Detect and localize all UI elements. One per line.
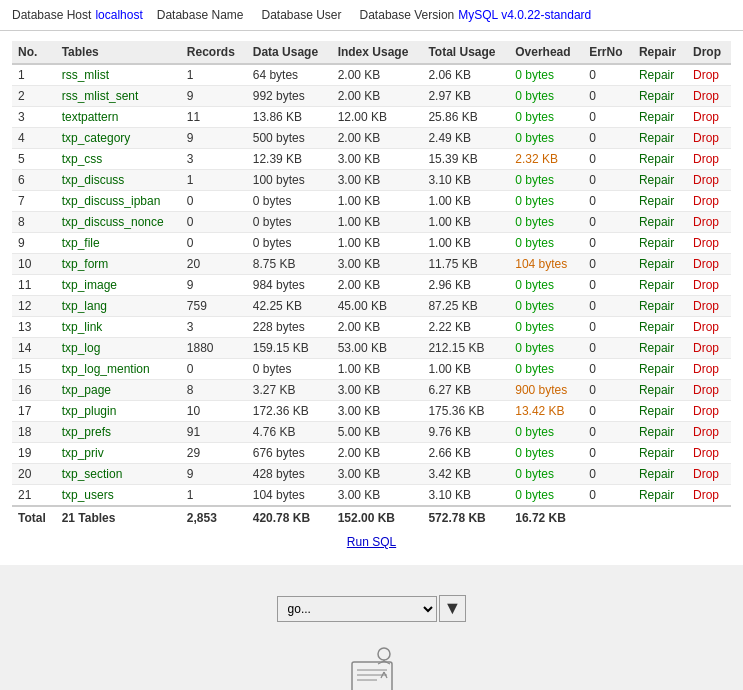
cell-drop[interactable]: Drop	[687, 86, 731, 107]
table-row: 20 txp_section 9 428 bytes 3.00 KB 3.42 …	[12, 464, 731, 485]
cell-drop[interactable]: Drop	[687, 296, 731, 317]
cell-name[interactable]: rss_mlist_sent	[56, 86, 181, 107]
run-sql-link[interactable]: Run SQL	[12, 529, 731, 555]
cell-no: 17	[12, 401, 56, 422]
cell-errno: 0	[583, 317, 633, 338]
cell-drop[interactable]: Drop	[687, 170, 731, 191]
cell-data: 172.36 KB	[247, 401, 332, 422]
cell-name[interactable]: txp_category	[56, 128, 181, 149]
cell-name[interactable]: txp_users	[56, 485, 181, 507]
table-row: 13 txp_link 3 228 bytes 2.00 KB 2.22 KB …	[12, 317, 731, 338]
cell-records: 9	[181, 275, 247, 296]
cell-no: 13	[12, 317, 56, 338]
cell-drop[interactable]: Drop	[687, 128, 731, 149]
cell-data: 159.15 KB	[247, 338, 332, 359]
cell-repair[interactable]: Repair	[633, 338, 687, 359]
cell-repair[interactable]: Repair	[633, 212, 687, 233]
cell-name[interactable]: txp_prefs	[56, 422, 181, 443]
cell-data: 42.25 KB	[247, 296, 332, 317]
cell-data: 984 bytes	[247, 275, 332, 296]
cell-drop[interactable]: Drop	[687, 212, 731, 233]
cell-repair[interactable]: Repair	[633, 191, 687, 212]
cell-no: 1	[12, 64, 56, 86]
cell-name[interactable]: txp_lang	[56, 296, 181, 317]
cell-name[interactable]: txp_page	[56, 380, 181, 401]
cell-records: 3	[181, 149, 247, 170]
cell-no: 16	[12, 380, 56, 401]
go-dropdown-icon[interactable]: ▼	[439, 595, 467, 622]
go-select[interactable]: go...	[277, 596, 437, 622]
cell-name[interactable]: txp_image	[56, 275, 181, 296]
cell-name[interactable]: txp_css	[56, 149, 181, 170]
cell-drop[interactable]: Drop	[687, 359, 731, 380]
cell-records: 759	[181, 296, 247, 317]
cell-drop[interactable]: Drop	[687, 422, 731, 443]
cell-repair[interactable]: Repair	[633, 275, 687, 296]
cell-drop[interactable]: Drop	[687, 191, 731, 212]
footer-index: 152.00 KB	[332, 506, 423, 529]
cell-data: 0 bytes	[247, 233, 332, 254]
cell-name[interactable]: txp_form	[56, 254, 181, 275]
cell-repair[interactable]: Repair	[633, 422, 687, 443]
cell-drop[interactable]: Drop	[687, 485, 731, 507]
cell-repair[interactable]: Repair	[633, 149, 687, 170]
cell-drop[interactable]: Drop	[687, 380, 731, 401]
col-repair: Repair	[633, 41, 687, 64]
cell-drop[interactable]: Drop	[687, 317, 731, 338]
cell-repair[interactable]: Repair	[633, 464, 687, 485]
cell-name[interactable]: txp_file	[56, 233, 181, 254]
cell-repair[interactable]: Repair	[633, 233, 687, 254]
cell-drop[interactable]: Drop	[687, 107, 731, 128]
cell-repair[interactable]: Repair	[633, 296, 687, 317]
cell-drop[interactable]: Drop	[687, 233, 731, 254]
cell-name[interactable]: txp_discuss	[56, 170, 181, 191]
cell-records: 0	[181, 359, 247, 380]
cell-name[interactable]: txp_discuss_ipban	[56, 191, 181, 212]
cell-repair[interactable]: Repair	[633, 359, 687, 380]
cell-index: 53.00 KB	[332, 338, 423, 359]
cell-name[interactable]: txp_log	[56, 338, 181, 359]
cell-repair[interactable]: Repair	[633, 107, 687, 128]
cell-drop[interactable]: Drop	[687, 254, 731, 275]
cell-name[interactable]: txp_link	[56, 317, 181, 338]
cell-repair[interactable]: Repair	[633, 401, 687, 422]
table-row: 2 rss_mlist_sent 9 992 bytes 2.00 KB 2.9…	[12, 86, 731, 107]
cell-data: 4.76 KB	[247, 422, 332, 443]
cell-drop[interactable]: Drop	[687, 464, 731, 485]
cell-repair[interactable]: Repair	[633, 254, 687, 275]
cell-drop[interactable]: Drop	[687, 275, 731, 296]
cell-repair[interactable]: Repair	[633, 170, 687, 191]
cell-records: 9	[181, 128, 247, 149]
db-version-label: Database Version	[360, 8, 455, 22]
cell-repair[interactable]: Repair	[633, 485, 687, 507]
cell-drop[interactable]: Drop	[687, 338, 731, 359]
cell-name[interactable]: textpattern	[56, 107, 181, 128]
cell-name[interactable]: txp_priv	[56, 443, 181, 464]
cell-name[interactable]: txp_log_mention	[56, 359, 181, 380]
cell-index: 2.00 KB	[332, 275, 423, 296]
cell-errno: 0	[583, 443, 633, 464]
cell-repair[interactable]: Repair	[633, 317, 687, 338]
cell-drop[interactable]: Drop	[687, 401, 731, 422]
cell-no: 7	[12, 191, 56, 212]
cell-name[interactable]: txp_plugin	[56, 401, 181, 422]
cell-total: 1.00 KB	[422, 233, 509, 254]
cell-drop[interactable]: Drop	[687, 149, 731, 170]
footer-total: 572.78 KB	[422, 506, 509, 529]
cell-name[interactable]: rss_mlist	[56, 64, 181, 86]
table-row: 14 txp_log 1880 159.15 KB 53.00 KB 212.1…	[12, 338, 731, 359]
cell-overhead: 0 bytes	[509, 422, 583, 443]
cell-name[interactable]: txp_section	[56, 464, 181, 485]
cell-drop[interactable]: Drop	[687, 64, 731, 86]
cell-repair[interactable]: Repair	[633, 86, 687, 107]
cell-repair[interactable]: Repair	[633, 64, 687, 86]
cell-name[interactable]: txp_discuss_nonce	[56, 212, 181, 233]
cell-repair[interactable]: Repair	[633, 443, 687, 464]
cell-repair[interactable]: Repair	[633, 128, 687, 149]
cell-drop[interactable]: Drop	[687, 443, 731, 464]
footer-overhead: 16.72 KB	[509, 506, 583, 529]
footer-label: Total	[12, 506, 56, 529]
cell-repair[interactable]: Repair	[633, 380, 687, 401]
table-row: 6 txp_discuss 1 100 bytes 3.00 KB 3.10 K…	[12, 170, 731, 191]
cell-data: 104 bytes	[247, 485, 332, 507]
